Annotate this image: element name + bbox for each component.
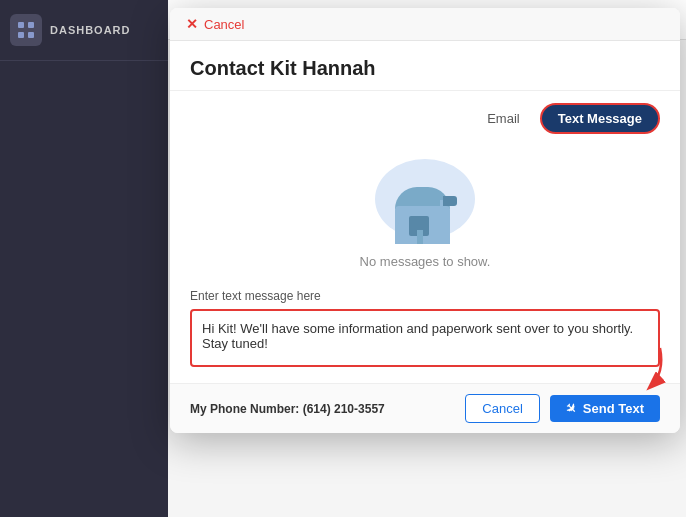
modal-tabs: Email Text Message xyxy=(170,91,680,134)
compose-area: Enter text message here Hi Kit! We'll ha… xyxy=(170,289,680,383)
contact-modal: ✕ Cancel Contact Kit Hannah Email Text M… xyxy=(170,8,680,433)
svg-rect-1 xyxy=(28,22,34,28)
modal-footer: My Phone Number: (614) 210-3557 Cancel ✈… xyxy=(170,383,680,433)
modal-cancel-bar: ✕ Cancel xyxy=(170,8,680,41)
sidebar-dashboard-label: DASHBOARD xyxy=(50,24,131,36)
svg-rect-0 xyxy=(18,22,24,28)
cancel-x-icon: ✕ xyxy=(186,16,198,32)
modal-cancel-button[interactable]: Cancel xyxy=(204,17,244,32)
send-icon: ✈ xyxy=(562,399,580,417)
mailbox-illustration xyxy=(375,154,475,244)
no-messages-text: No messages to show. xyxy=(360,254,491,269)
compose-label: Enter text message here xyxy=(190,289,660,303)
tab-email[interactable]: Email xyxy=(475,105,532,132)
footer-cancel-button[interactable]: Cancel xyxy=(465,394,539,423)
compose-textarea[interactable]: Hi Kit! We'll have some information and … xyxy=(190,309,660,367)
send-text-button[interactable]: ✈ Send Text xyxy=(550,395,660,422)
tab-text-message[interactable]: Text Message xyxy=(540,103,660,134)
footer-actions: Cancel ✈ Send Text xyxy=(465,394,660,423)
send-text-label: Send Text xyxy=(583,401,644,416)
modal-title: Contact Kit Hannah xyxy=(170,41,680,91)
svg-rect-2 xyxy=(18,32,24,38)
sidebar-header: DASHBOARD xyxy=(0,0,168,61)
phone-number-label: My Phone Number: (614) 210-3557 xyxy=(190,402,385,416)
mailbox-flag xyxy=(443,196,457,206)
sidebar: DASHBOARD xyxy=(0,0,168,517)
mailbox-post xyxy=(417,230,423,244)
svg-rect-3 xyxy=(28,32,34,38)
messages-area: No messages to show. xyxy=(170,134,680,289)
app-logo xyxy=(10,14,42,46)
